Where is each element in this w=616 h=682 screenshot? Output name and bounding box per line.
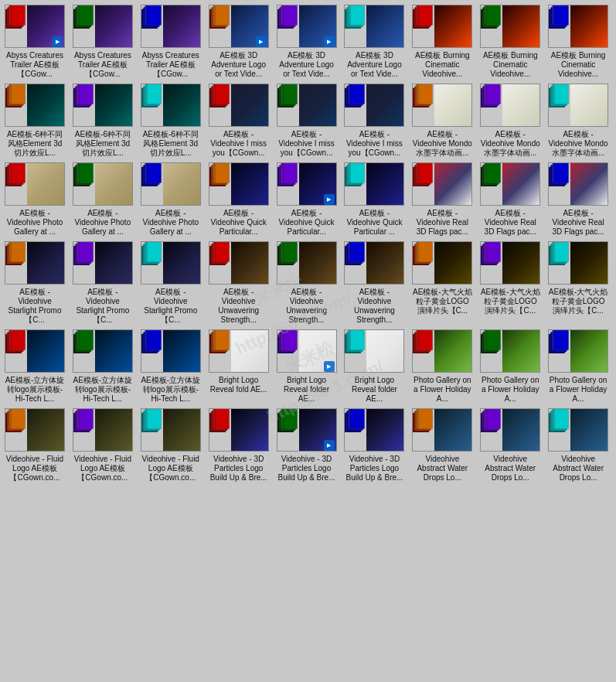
list-item[interactable]: AE模板 -Videohive Photo Gallery at ... bbox=[71, 161, 134, 238]
list-item[interactable]: AE模板 -Videohive Mondo水墨字体动画... bbox=[410, 82, 474, 159]
item-label: Abyss Creatures Trailer AE模板【CGow... bbox=[141, 51, 201, 79]
svg-rect-217 bbox=[485, 330, 501, 350]
item-thumbnail bbox=[480, 84, 540, 128]
list-item[interactable]: Photo Gallery on a Flower Holiday A... bbox=[478, 328, 542, 405]
list-item[interactable]: Abyss Creatures Trailer AE模板【CGow... bbox=[71, 3, 134, 80]
item-label: Bright Logo Reveal folder AE... bbox=[344, 376, 404, 404]
svg-rect-159 bbox=[281, 243, 282, 261]
list-item[interactable]: AE模板 -Videohive Quick Particular ... bbox=[342, 161, 406, 238]
list-item[interactable]: AE模板-6种不同风格Element 3d切片效应L... bbox=[3, 82, 66, 159]
list-item[interactable]: AE模板 Burning Cinematic Videohive... bbox=[546, 3, 610, 80]
file-grid-area[interactable]: ▶ Abyss Creatures Trailer AE模板【CGow... A… bbox=[0, 0, 616, 682]
list-item[interactable]: Videohive - Fluid Logo AE模板【CGown.co... bbox=[3, 407, 66, 484]
item-label: AE模板 -Videohive Starlight Promo【C... bbox=[73, 288, 133, 325]
list-item[interactable]: ▶ AE模板 3D Adventure Logo or Text Vide... bbox=[207, 3, 271, 80]
svg-rect-174 bbox=[485, 243, 485, 261]
item-thumbnail bbox=[480, 241, 540, 286]
list-item[interactable]: AE模板 -Videohive Real 3D Flags pac... bbox=[478, 161, 542, 238]
list-item[interactable]: Videohive Abstract Water Drops Lo... bbox=[478, 407, 542, 484]
svg-rect-249 bbox=[281, 410, 282, 428]
list-item[interactable]: AE模板 -Videohive Mondo水墨字体动画... bbox=[546, 82, 610, 159]
list-item[interactable]: AE模板 -Videohive Photo Gallery at ... bbox=[139, 161, 202, 238]
svg-rect-59 bbox=[145, 85, 146, 104]
list-item[interactable]: ▶ Videohive - 3D Particles Logo Build Up… bbox=[275, 407, 339, 484]
svg-rect-72 bbox=[349, 84, 365, 104]
svg-rect-84 bbox=[485, 85, 485, 104]
list-item[interactable]: AE模板-大气火焰粒子黄金LOGO演绎片头【C... bbox=[410, 240, 474, 326]
list-item[interactable]: AE模板 -Videohive Real 3D Flags pac... bbox=[546, 161, 610, 238]
svg-rect-57 bbox=[145, 84, 161, 104]
item-label: Videohive - Fluid Logo AE模板【CGown.co... bbox=[141, 455, 201, 483]
svg-rect-62 bbox=[213, 84, 229, 104]
item-thumbnail bbox=[344, 5, 404, 49]
list-item[interactable]: AE模板-立方体旋转logo展示模板-Hi-Tech L... bbox=[139, 328, 202, 405]
item-label: Videohive - Fluid Logo AE模板【CGown.co... bbox=[73, 455, 133, 483]
svg-rect-127 bbox=[485, 163, 501, 183]
list-item[interactable]: ▶ Abyss Creatures Trailer AE模板【CGow... bbox=[3, 3, 66, 80]
list-item[interactable]: AE模板-立方体旋转logo展示模板-Hi-Tech L... bbox=[71, 328, 134, 405]
list-item[interactable]: AE模板 -Videohive Unwavering Strength... bbox=[207, 240, 271, 326]
item-thumbnail bbox=[73, 241, 133, 286]
list-item[interactable]: AE模板 -Videohive I miss you【CGown... bbox=[275, 82, 339, 159]
svg-rect-47 bbox=[9, 84, 26, 104]
svg-rect-202 bbox=[281, 330, 297, 350]
list-item[interactable]: AE模板 -Videohive I miss you【CGown... bbox=[207, 82, 271, 159]
svg-rect-154 bbox=[213, 243, 214, 261]
item-thumbnail: ▶ bbox=[277, 408, 337, 453]
list-item[interactable]: Videohive - Fluid Logo AE模板【CGown.co... bbox=[71, 407, 134, 484]
list-item[interactable]: AE模板 -Videohive Starlight Promo【C... bbox=[71, 240, 134, 326]
svg-rect-49 bbox=[9, 85, 10, 104]
list-item[interactable]: AE模板 -Videohive Quick Particular... bbox=[207, 161, 271, 238]
list-item[interactable]: Photo Gallery on a Flower Holiday A... bbox=[546, 328, 610, 405]
list-item[interactable]: AE模板 Burning Cinematic Videohive... bbox=[478, 3, 542, 80]
list-item[interactable]: AE模板-大气火焰粒子黄金LOGO演绎片头【C... bbox=[478, 240, 542, 326]
list-item[interactable]: AE模板 -Videohive Real 3D Flags pac... bbox=[410, 161, 474, 238]
svg-rect-189 bbox=[77, 331, 78, 350]
list-item[interactable]: ▶ Bright Logo Reveal folder AE... bbox=[275, 328, 339, 405]
list-item[interactable]: AE模板 -Videohive Starlight Promo【C... bbox=[3, 240, 66, 326]
list-item[interactable]: Bright Logo Reveal folder AE... bbox=[342, 328, 406, 405]
svg-rect-112 bbox=[281, 163, 297, 183]
list-item[interactable]: AE模板 -Videohive Mondo水墨字体动画... bbox=[478, 82, 542, 159]
list-item[interactable]: Videohive Abstract Water Drops Lo... bbox=[546, 407, 610, 484]
item-thumbnail bbox=[209, 241, 269, 286]
list-item[interactable]: ▶ AE模板 3D Adventure Logo or Text Vide... bbox=[275, 3, 339, 80]
list-item[interactable]: AE模板 -Videohive Unwavering Strength... bbox=[275, 240, 339, 326]
item-thumbnail bbox=[548, 84, 608, 128]
list-item[interactable]: Videohive - Fluid Logo AE模板【CGown.co... bbox=[139, 407, 202, 484]
list-item[interactable]: Videohive - 3D Particles Logo Build Up &… bbox=[207, 407, 271, 484]
list-item[interactable]: AE模板-立方体旋转logo展示模板-Hi-Tech L... bbox=[3, 328, 66, 405]
item-label: AE模板-大气火焰粒子黄金LOGO演绎片头【C... bbox=[480, 288, 540, 315]
item-thumbnail bbox=[5, 408, 65, 453]
list-item[interactable]: Videohive Abstract Water Drops Lo... bbox=[410, 407, 474, 484]
svg-rect-124 bbox=[417, 164, 418, 182]
list-item[interactable]: AE模板 -Videohive Starlight Promo【C... bbox=[139, 240, 202, 326]
list-item[interactable]: AE模板 3D Adventure Logo or Text Vide... bbox=[342, 3, 406, 80]
svg-rect-224 bbox=[553, 331, 553, 350]
list-item[interactable]: ▶ AE模板 -Videohive Quick Particular... bbox=[275, 161, 339, 238]
list-item[interactable]: AE模板-大气火焰粒子黄金LOGO演绎片头【C... bbox=[546, 240, 610, 326]
list-item[interactable]: AE模板 Burning Cinematic Videohive... bbox=[410, 3, 474, 80]
item-thumbnail bbox=[209, 84, 269, 128]
list-item[interactable]: AE模板 -Videohive Photo Gallery at ... bbox=[3, 161, 66, 238]
item-thumbnail bbox=[277, 241, 337, 286]
svg-rect-2 bbox=[9, 5, 26, 26]
svg-rect-4 bbox=[9, 6, 10, 25]
svg-rect-254 bbox=[349, 410, 350, 428]
svg-rect-92 bbox=[9, 163, 26, 183]
list-item[interactable]: AE模板 -Videohive I miss you【CGown... bbox=[342, 82, 406, 159]
svg-rect-222 bbox=[553, 330, 569, 350]
svg-rect-204 bbox=[281, 331, 282, 350]
svg-rect-197 bbox=[213, 330, 229, 350]
list-item[interactable]: AE模板-6种不同风格Element 3d切片效应L... bbox=[139, 82, 202, 159]
item-thumbnail: ▶ bbox=[209, 5, 269, 49]
list-item[interactable]: Abyss Creatures Trailer AE模板【CGow... bbox=[139, 3, 202, 80]
list-item[interactable]: Bright Logo Reveal fold AE... bbox=[207, 328, 271, 405]
list-item[interactable]: AE模板-6种不同风格Element 3d切片效应L... bbox=[71, 82, 134, 159]
list-item[interactable]: AE模板 -Videohive Unwavering Strength... bbox=[342, 240, 406, 326]
list-item[interactable]: Videohive - 3D Particles Logo Build Up &… bbox=[342, 407, 406, 484]
main-container: ▶ Abyss Creatures Trailer AE模板【CGow... A… bbox=[0, 0, 616, 682]
item-label: AE模板 -Videohive Quick Particular... bbox=[209, 209, 269, 237]
item-thumbnail bbox=[480, 162, 540, 207]
list-item[interactable]: Photo Gallery on a Flower Holiday A... bbox=[410, 328, 474, 405]
